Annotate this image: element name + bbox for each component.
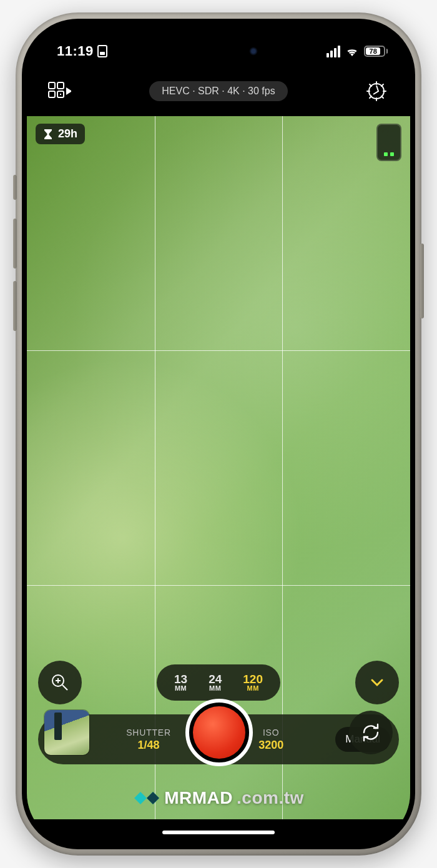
svg-line-11 <box>370 84 371 86</box>
watermark-domain: .com.tw <box>237 788 304 808</box>
battery-icon: 78 <box>364 46 388 57</box>
svg-line-16 <box>62 685 67 690</box>
project-library-button[interactable] <box>47 80 74 102</box>
home-indicator[interactable] <box>162 831 275 834</box>
cellular-icon <box>327 46 340 57</box>
lens-option-13mm[interactable]: 13MM <box>174 673 187 692</box>
magnify-plus-icon <box>51 673 69 692</box>
grid-line <box>27 350 410 351</box>
camera-viewfinder[interactable]: 29h <box>27 116 410 819</box>
lens-option-120mm[interactable]: 120MM <box>243 673 263 692</box>
svg-rect-1 <box>57 82 64 89</box>
sim-card-icon <box>97 45 107 57</box>
watermark-brand: MRMAD <box>164 788 233 808</box>
last-clip-thumbnail[interactable] <box>44 710 89 755</box>
svg-line-13 <box>381 84 383 86</box>
hourglass-icon <box>43 129 53 140</box>
svg-line-12 <box>381 96 383 98</box>
flip-camera-icon <box>360 722 381 743</box>
svg-rect-0 <box>49 82 55 89</box>
wifi-icon <box>345 46 359 56</box>
record-button[interactable] <box>185 699 253 766</box>
chevron-down-icon <box>369 674 385 691</box>
dynamic-island <box>165 37 272 65</box>
record-indicator-icon <box>193 706 245 759</box>
status-time: 11:19 <box>57 43 94 59</box>
svg-rect-2 <box>49 91 55 97</box>
flip-camera-button[interactable] <box>349 711 393 754</box>
format-settings-pill[interactable]: HEVC · SDR · 4K · 30 fps <box>149 81 287 101</box>
external-storage-indicator <box>376 124 401 161</box>
app-top-bar: HEVC · SDR · 4K · 30 fps <box>27 71 410 111</box>
lens-option-24mm[interactable]: 24MM <box>209 673 222 692</box>
watermark: MRMAD.com.tw <box>27 788 410 808</box>
recording-time-remaining: 29h <box>36 124 85 144</box>
svg-line-14 <box>370 96 371 98</box>
settings-button[interactable] <box>363 80 390 102</box>
grid-line <box>27 585 410 586</box>
watermark-logo-icon <box>133 789 160 807</box>
lens-selector: 13MM 24MM 120MM <box>157 664 280 701</box>
